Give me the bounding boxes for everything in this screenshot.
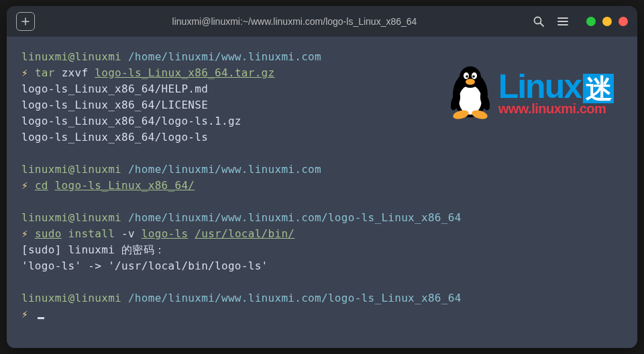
output-line: logo-ls_Linux_x86_64/LICENSE [21,97,623,113]
cmd-flags: zxvf [62,66,89,79]
prompt-user: linuxmi@linuxmi [21,50,121,63]
new-tab-button[interactable] [16,12,35,31]
output-line: 'logo-ls' -> '/usr/local/bin/logo-ls' [21,258,623,274]
cmd-flags: -v [121,227,135,240]
command-line: ⚡ cd logo-ls_Linux_x86_64/ [21,178,623,194]
command-line: ⚡ sudo install -v logo-ls /usr/local/bin… [21,226,623,242]
cmd-tar: tar [35,66,55,79]
blank-line [21,194,623,210]
bolt-icon: ⚡ [21,65,28,81]
output-line: logo-ls_Linux_x86_64/logo-ls.1.gz [21,113,623,129]
output-line: [sudo] linuxmi 的密码： [21,242,623,258]
hamburger-icon [557,15,569,27]
bolt-icon: ⚡ [21,306,28,322]
prompt-line: linuxmi@linuxmi /home/linuxmi/www.linuxm… [21,210,623,226]
terminal-body[interactable]: Linux 迷 www.linuxmi.com linuxmi@linuxmi … [7,37,637,348]
titlebar-left [16,12,56,31]
minimize-button[interactable] [586,17,596,26]
blank-line [21,145,623,162]
menu-button[interactable] [557,15,569,27]
prompt-path: /home/linuxmi/www.linuxmi.com/logo-ls_Li… [128,292,462,304]
search-icon [533,15,545,27]
cursor [38,317,44,319]
output-line: logo-ls_Linux_x86_64/HELP.md [21,81,623,97]
prompt-line: linuxmi@linuxmi /home/linuxmi/www.linuxm… [21,290,623,306]
terminal-window: linuxmi@linuxmi:~/www.linuxmi.com/logo-l… [7,6,637,348]
window-title: linuxmi@linuxmi:~/www.linuxmi.com/logo-l… [56,16,533,27]
command-line: ⚡ tar zxvf logo-ls_Linux_x86_64.tar.gz [21,65,623,81]
cmd-arg: logo-ls [142,227,189,240]
output-line: logo-ls_Linux_x86_64/logo-ls [21,129,623,145]
prompt-path: /home/linuxmi/www.linuxmi.com/logo-ls_Li… [128,211,462,224]
bolt-icon: ⚡ [21,226,28,242]
command-line: ⚡ [21,306,623,322]
blank-line [21,274,623,290]
prompt-user: linuxmi@linuxmi [21,211,121,224]
prompt-user: linuxmi@linuxmi [21,292,121,304]
prompt-line: linuxmi@linuxmi /home/linuxmi/www.linuxm… [21,49,623,65]
plus-icon [21,17,30,26]
prompt-user: linuxmi@linuxmi [21,163,121,176]
cmd-arg: /usr/local/bin/ [195,227,294,240]
search-button[interactable] [533,15,545,27]
window-controls [586,17,628,26]
maximize-button[interactable] [602,17,612,26]
bolt-icon: ⚡ [21,178,28,194]
cmd-cd: cd [35,179,48,192]
cmd-arg: logo-ls_Linux_x86_64/ [55,179,195,192]
close-button[interactable] [619,17,628,26]
prompt-line: linuxmi@linuxmi /home/linuxmi/www.linuxm… [21,162,623,178]
titlebar-right [533,15,628,27]
prompt-path: /home/linuxmi/www.linuxmi.com [128,50,321,63]
cmd-arg: logo-ls_Linux_x86_64.tar.gz [95,66,274,79]
prompt-path: /home/linuxmi/www.linuxmi.com [128,163,321,176]
titlebar: linuxmi@linuxmi:~/www.linuxmi.com/logo-l… [7,6,637,37]
cmd-sudo: sudo [35,227,62,240]
cmd-install: install [68,227,115,240]
